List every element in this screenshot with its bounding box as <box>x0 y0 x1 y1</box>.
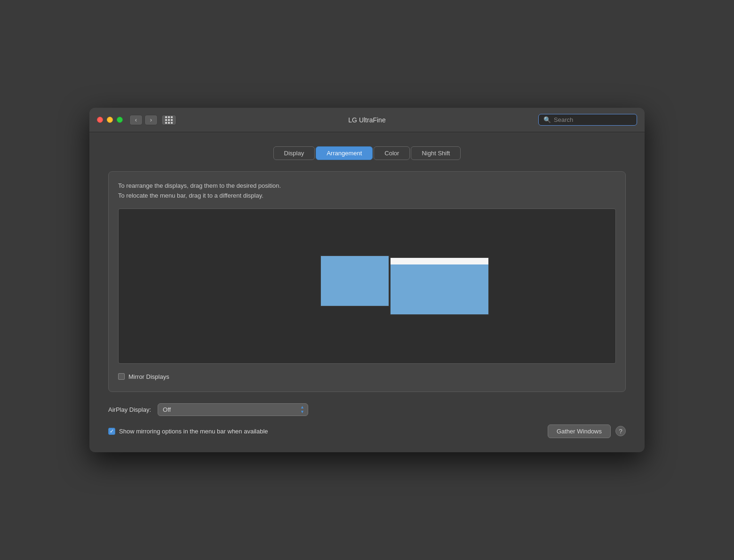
search-bar[interactable]: 🔍 <box>538 114 637 126</box>
search-icon: 🔍 <box>543 116 551 123</box>
airplay-select-wrapper: Off On ▲ ▼ <box>158 403 308 416</box>
hint-line1: To rearrange the displays, drag them to … <box>118 181 616 191</box>
hint-line2: To relocate the menu bar, drag it to a d… <box>118 191 616 201</box>
tab-night-shift[interactable]: Night Shift <box>411 146 461 160</box>
tab-color[interactable]: Color <box>374 146 410 160</box>
main-window: ‹ › LG UltraFine 🔍 Display Arrangement <box>89 108 645 452</box>
titlebar: ‹ › LG UltraFine 🔍 <box>89 108 645 132</box>
airplay-label: AirPlay Display: <box>108 406 151 413</box>
forward-button[interactable]: › <box>144 115 158 125</box>
help-button[interactable]: ? <box>615 426 626 436</box>
monitor-right[interactable] <box>390 257 489 315</box>
tab-display[interactable]: Display <box>273 146 315 160</box>
back-button[interactable]: ‹ <box>129 115 143 125</box>
tab-bar: Display Arrangement Color Night Shift <box>108 146 626 160</box>
back-icon: ‹ <box>135 116 137 123</box>
grid-icon <box>165 116 173 124</box>
mirror-displays-row: Mirror Displays <box>118 371 616 382</box>
mirroring-checkbox[interactable]: ✓ <box>108 428 115 435</box>
airplay-select[interactable]: Off On <box>158 403 308 416</box>
mirror-checkbox[interactable] <box>118 373 125 380</box>
mirroring-label: Show mirroring options in the menu bar w… <box>119 428 268 435</box>
arrangement-panel: To rearrange the displays, drag them to … <box>108 171 626 392</box>
minimize-button[interactable] <box>107 117 113 123</box>
search-input[interactable] <box>554 116 632 123</box>
forward-icon: › <box>150 116 152 123</box>
maximize-button[interactable] <box>117 117 123 123</box>
mirror-label: Mirror Displays <box>128 373 169 380</box>
tab-arrangement[interactable]: Arrangement <box>316 146 373 160</box>
window-title: LG UltraFine <box>348 116 385 124</box>
traffic-lights <box>97 117 123 123</box>
checkmark-icon: ✓ <box>110 428 114 434</box>
right-controls: Gather Windows ? <box>548 424 626 438</box>
gather-windows-button[interactable]: Gather Windows <box>548 424 611 438</box>
monitor-left[interactable] <box>320 255 390 307</box>
nav-buttons: ‹ › <box>129 115 176 125</box>
arrangement-hint: To rearrange the displays, drag them to … <box>118 181 616 201</box>
display-arrangement-area[interactable] <box>118 208 616 364</box>
mirroring-options-row: ✓ Show mirroring options in the menu bar… <box>108 428 268 435</box>
content-area: Display Arrangement Color Night Shift To… <box>89 132 645 452</box>
bottom-row: ✓ Show mirroring options in the menu bar… <box>108 424 626 438</box>
airplay-row: AirPlay Display: Off On ▲ ▼ <box>108 403 626 416</box>
grid-view-button[interactable] <box>161 115 176 125</box>
close-button[interactable] <box>97 117 103 123</box>
menubar-indicator <box>391 258 488 264</box>
